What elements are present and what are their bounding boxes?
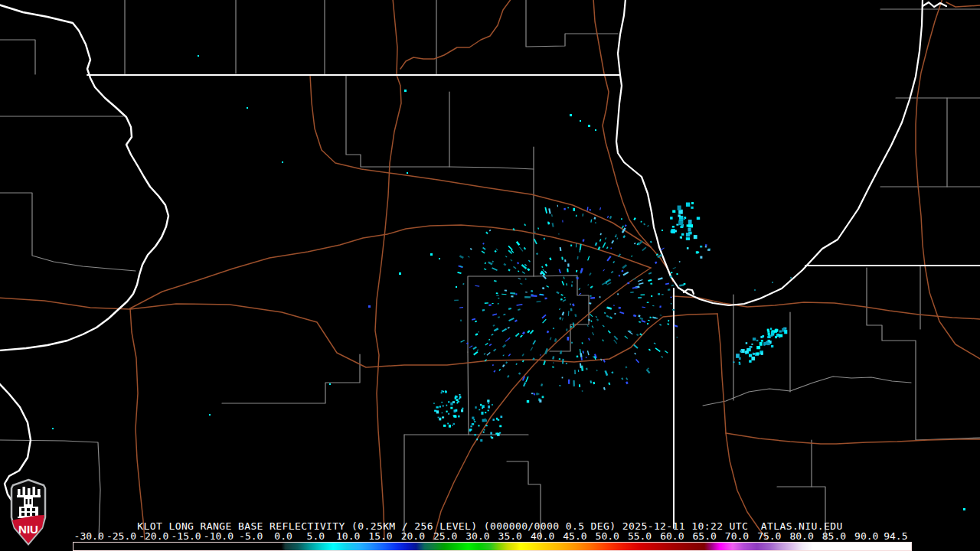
radar-echo — [609, 316, 612, 319]
radar-echo — [668, 320, 669, 322]
radar-echo — [501, 328, 507, 332]
colorbar-tick-label: 80.0 — [789, 531, 813, 541]
radar-echo — [603, 324, 605, 327]
radar-echo — [753, 353, 754, 354]
radar-echo — [485, 302, 488, 304]
radar-echo — [539, 399, 541, 403]
radar-echo — [612, 261, 615, 263]
radar-echo — [475, 406, 476, 409]
radar-echo — [492, 261, 494, 263]
radar-echo — [775, 336, 777, 338]
colorbar-tick-label: 70.0 — [725, 531, 749, 541]
radar-echo — [676, 337, 678, 338]
radar-echo — [764, 342, 768, 345]
radar-echo — [678, 206, 681, 210]
radar-echo — [623, 272, 629, 276]
radar-echo — [613, 340, 617, 344]
radar-echo — [622, 225, 624, 228]
colorbar-tick-label: 85.0 — [822, 531, 846, 541]
radar-echo — [531, 295, 537, 297]
radar-echo — [594, 217, 596, 220]
radar-echo — [525, 377, 528, 383]
colorbar-tick-labels: -30.0-25.0-20.0-15.0-10.0-5.00.05.010.01… — [0, 531, 980, 541]
radar-echo — [572, 303, 575, 306]
radar-echo — [491, 334, 493, 336]
radar-echo — [450, 407, 452, 409]
radar-echo — [606, 246, 609, 249]
radar-echo — [482, 309, 485, 311]
radar-echo — [485, 262, 487, 264]
radar-echo — [681, 236, 682, 239]
radar-echo — [576, 215, 577, 217]
county-line — [0, 193, 136, 271]
radar-echo — [665, 282, 669, 285]
radar-echo — [536, 301, 541, 302]
radar-echo — [475, 333, 478, 336]
colorbar-tick-label: -20.0 — [139, 531, 168, 541]
radar-echo — [498, 316, 500, 318]
county-line — [867, 268, 980, 440]
radar-echo — [754, 289, 756, 291]
radar-echo — [495, 249, 498, 251]
radar-echo — [622, 264, 627, 269]
radar-echo — [478, 331, 479, 333]
radar-echo — [527, 400, 529, 403]
radar-echo — [445, 391, 447, 393]
radar-echo — [469, 429, 472, 431]
radar-echo — [522, 331, 525, 334]
radar-echo — [544, 298, 547, 300]
radar-echo — [487, 352, 491, 356]
radar-echo — [678, 220, 683, 225]
radar-echo — [488, 406, 490, 409]
radar-echo — [611, 371, 613, 373]
radar-echo — [543, 360, 546, 365]
radar-echo — [640, 220, 642, 222]
colorbar-tick-label: 55.0 — [628, 531, 652, 541]
radar-echo — [580, 244, 582, 250]
radar-echo — [496, 292, 498, 294]
radar-echo — [534, 393, 535, 395]
shoreline — [616, 0, 923, 305]
radar-echo — [606, 315, 609, 318]
radar-echo — [768, 335, 771, 339]
radar-echo — [507, 375, 509, 378]
radar-echo — [490, 432, 492, 435]
radar-echo — [655, 347, 661, 352]
radar-echo — [631, 256, 632, 257]
radar-echo — [771, 331, 774, 335]
radar-echo — [586, 207, 588, 210]
radar-echo — [541, 383, 543, 386]
radar-echo — [495, 250, 497, 253]
radar-echo — [570, 114, 572, 116]
radar-echo — [457, 402, 459, 403]
radar-echo — [482, 407, 483, 409]
radar-echo — [566, 328, 567, 331]
radar-echo — [485, 425, 487, 426]
radar-echo — [488, 403, 489, 404]
radar-echo — [658, 277, 663, 280]
radar-echo — [639, 321, 641, 323]
radar-echo — [525, 292, 528, 293]
radar-echo — [470, 425, 472, 427]
radar-echo — [624, 336, 628, 339]
river — [0, 5, 168, 350]
radar-echo — [616, 237, 618, 240]
colorbar-tick-label: 65.0 — [693, 531, 717, 541]
radar-echo — [458, 416, 460, 418]
radar-echo — [439, 406, 441, 407]
radar-echo — [648, 279, 652, 282]
radar-echo — [551, 214, 553, 217]
colorbar-tick-label: 20.0 — [401, 531, 425, 541]
radar-echo — [559, 385, 561, 386]
radar-echo — [459, 255, 464, 259]
radar-echo — [475, 285, 479, 287]
radar-echo — [492, 314, 497, 316]
radar-echo — [767, 329, 769, 331]
radar-echo — [681, 233, 684, 236]
radar-echo — [475, 321, 477, 323]
radar-echo — [510, 259, 512, 262]
roads — [0, 0, 980, 540]
radar-echo — [443, 425, 446, 427]
radar-echo — [625, 224, 627, 227]
radar-echo — [476, 439, 478, 440]
